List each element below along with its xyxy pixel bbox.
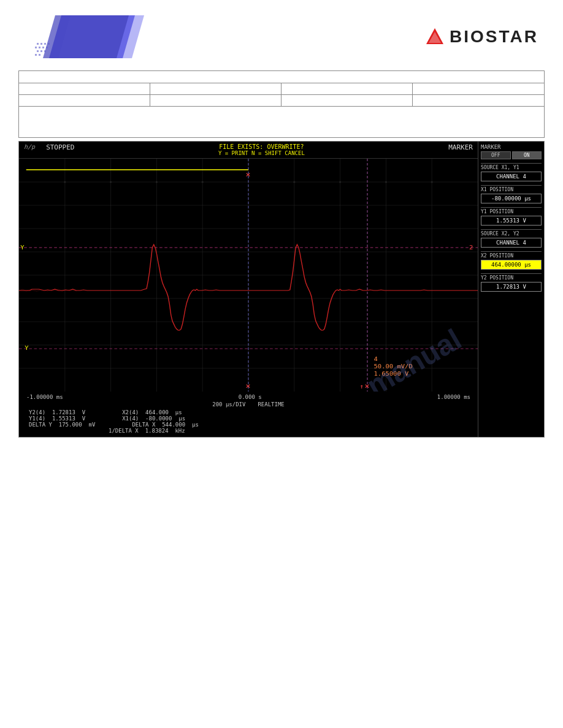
page-header: BIOSTAR <box>0 0 563 67</box>
y2-pos-label: Y2 POSITION <box>481 273 542 281</box>
doc-grid-2 <box>19 95 544 107</box>
doc-cell-8 <box>413 95 544 106</box>
y1-label: Y1(4) 1.55313 V <box>29 415 85 422</box>
meas-row-1: Y2(4) 1.72813 V X2(4) 464.000 µs <box>29 409 468 415</box>
marker-section: MARKER OFF ON <box>481 144 542 159</box>
x2-pos-value[interactable]: 464.00000 µs <box>481 260 542 270</box>
file-msg-2: Y = PRINT N = SHIFT CANCEL <box>74 150 448 156</box>
y2-label: Y2(4) 1.72813 V <box>29 409 85 415</box>
source-x2y2-label: SOURCE X2, Y2 <box>481 229 542 237</box>
x1-pos-value[interactable]: -80.00000 µs <box>481 194 542 203</box>
time-axis-row: -1.00000 ms 0.000 s 1.00000 ms <box>24 393 473 401</box>
svg-point-39 <box>156 181 158 183</box>
biostar-text: BIOSTAR <box>450 27 538 46</box>
doc-cell-3 <box>282 83 413 94</box>
meas-row-3: DELTA Y 175.000 mV DELTA X 544.000 µs <box>29 422 468 428</box>
source-x1y1-section: SOURCE X1, Y1 CHANNEL 4 <box>481 163 542 181</box>
x1-position-section: X1 POSITION -80.00000 µs <box>481 185 542 203</box>
source-x1y1-label: SOURCE X1, Y1 <box>481 163 542 170</box>
scope-display-area: × × × Y Y ↑ 50.00 mV/D 1.65000 V <box>19 159 478 392</box>
time-left: -1.00000 ms <box>26 394 63 400</box>
doc-cell-4 <box>413 83 544 94</box>
svg-text:50.00 mV/D: 50.00 mV/D <box>374 363 413 370</box>
svg-point-40 <box>201 181 204 183</box>
delta-y: DELTA Y 175.000 mV <box>29 422 95 428</box>
realtime-label: REALTIME <box>258 401 284 408</box>
svg-rect-10 <box>46 47 48 48</box>
y1-position-section: Y1 POSITION 1.55313 V <box>481 207 542 226</box>
delta-x: DELTA X 544.000 µs <box>132 422 198 428</box>
biostar-logo: BIOSTAR <box>425 27 538 47</box>
meas-row-4: 1/DELTA X 1.83824 kHz <box>29 428 468 434</box>
svg-text:Y: Y <box>25 345 28 351</box>
marker-header-label: MARKER <box>448 143 473 156</box>
svg-point-42 <box>339 181 342 183</box>
x2-position-section: X2 POSITION 464.00000 µs <box>481 251 542 270</box>
off-button[interactable]: OFF <box>481 151 511 159</box>
svg-rect-3 <box>37 43 39 45</box>
meas-row-2: Y1(4) 1.55313 V X1(4) -80.0000 µs <box>29 415 468 422</box>
svg-text:×: × <box>364 382 369 390</box>
waveform-svg: × × × Y Y ↑ 50.00 mV/D 1.65000 V <box>19 159 478 392</box>
svg-rect-6 <box>48 43 50 45</box>
svg-rect-11 <box>37 50 39 52</box>
scope-header-bar: h/p STOPPED FILE EXISTS: OVERWRITE? Y = … <box>19 142 478 159</box>
svg-marker-2 <box>43 15 129 58</box>
y1-pos-value[interactable]: 1.55313 V <box>481 216 542 226</box>
svg-text:×: × <box>245 382 250 390</box>
y1-pos-label: Y1 POSITION <box>481 207 542 214</box>
svg-rect-4 <box>40 43 42 45</box>
measurements-area: Y2(4) 1.72813 V X2(4) 464.000 µs Y1(4) 1… <box>24 408 473 435</box>
doc-cell-2 <box>150 83 282 94</box>
svg-rect-7 <box>35 47 37 48</box>
svg-point-41 <box>293 181 296 183</box>
document-table <box>18 70 545 138</box>
doc-grid-1 <box>19 83 544 95</box>
svg-rect-14 <box>35 54 37 56</box>
source-x2y2-section: SOURCE X2, Y2 CHANNEL 4 <box>481 229 542 248</box>
x1-pos-label: X1 POSITION <box>481 185 542 192</box>
doc-cell-5 <box>19 95 150 106</box>
channel4-2-value[interactable]: CHANNEL 4 <box>481 238 542 248</box>
time-right: 1.00000 ms <box>437 394 470 400</box>
time-div: 200 µs/DIV <box>212 401 245 408</box>
x2-label: X2(4) 464.000 µs <box>122 409 182 415</box>
svg-point-44 <box>431 181 433 183</box>
svg-rect-12 <box>40 50 42 52</box>
scope-main: h/p STOPPED FILE EXISTS: OVERWRITE? Y = … <box>19 142 478 437</box>
doc-notes <box>19 107 544 137</box>
y2-pos-value[interactable]: 1.72813 V <box>481 282 542 292</box>
on-off-toggle[interactable]: OFF ON <box>481 151 542 159</box>
scope-right-panel: MARKER OFF ON SOURCE X1, Y1 CHANNEL 4 X1… <box>478 142 544 437</box>
inv-delta-x: 1/DELTA X 1.83824 kHz <box>109 428 185 434</box>
svg-text:4: 4 <box>374 356 378 362</box>
scope-bottom-bar: -1.00000 ms 0.000 s 1.00000 ms 200 µs/DI… <box>19 392 478 437</box>
svg-text:×: × <box>245 170 250 179</box>
doc-cell-7 <box>282 95 413 106</box>
svg-text:Y: Y <box>20 245 24 251</box>
doc-cell-6 <box>150 95 282 106</box>
left-logo <box>25 12 147 61</box>
doc-cell-1 <box>19 83 150 94</box>
svg-rect-13 <box>44 50 46 52</box>
file-msg-1: FILE EXISTS: OVERWRITE? <box>74 143 448 150</box>
svg-rect-9 <box>42 47 44 48</box>
oscilloscope-display: h/p STOPPED FILE EXISTS: OVERWRITE? Y = … <box>18 141 545 438</box>
x1-label: X1(4) -80.0000 µs <box>122 415 185 422</box>
svg-rect-8 <box>39 47 40 48</box>
svg-text:1.65000 V: 1.65000 V <box>374 371 409 377</box>
svg-text:↑: ↑ <box>359 383 364 390</box>
svg-point-38 <box>110 181 112 183</box>
hp-label: h/p <box>24 143 46 156</box>
svg-point-37 <box>64 181 66 183</box>
marker-panel-label: MARKER <box>481 144 542 150</box>
scope-status: STOPPED <box>46 143 74 156</box>
x2-pos-label: X2 POSITION <box>481 251 542 259</box>
doc-header-row <box>19 71 544 83</box>
y2-position-section: Y2 POSITION 1.72813 V <box>481 273 542 292</box>
svg-rect-5 <box>44 43 46 45</box>
channel4-1-value[interactable]: CHANNEL 4 <box>481 172 542 181</box>
svg-point-43 <box>385 181 388 183</box>
on-button[interactable]: ON <box>512 151 542 159</box>
time-center: 0.000 s <box>239 394 262 400</box>
